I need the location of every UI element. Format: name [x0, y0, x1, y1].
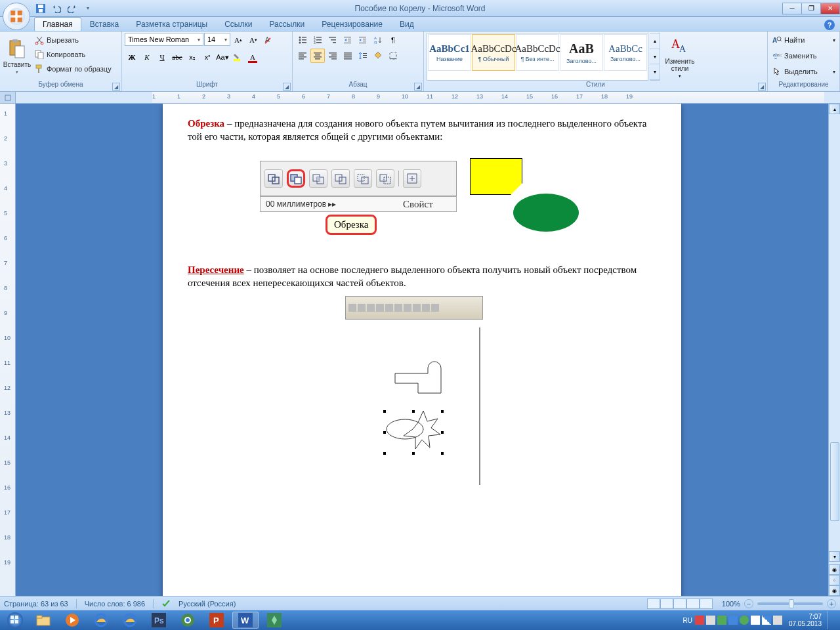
tray-icon[interactable] [706, 616, 715, 625]
superscript-button[interactable]: x² [200, 50, 215, 64]
tab-home[interactable]: Главная [34, 17, 81, 31]
maximize-button[interactable]: ❐ [801, 3, 821, 14]
increase-indent-button[interactable] [356, 33, 370, 47]
paste-button[interactable]: Вставить ▾ [3, 33, 32, 81]
ruler-corner[interactable] [0, 92, 16, 103]
minimize-button[interactable]: ─ [782, 3, 802, 14]
web-layout-view[interactable] [673, 598, 686, 609]
highlight-button[interactable] [230, 50, 245, 64]
page-status[interactable]: Страница: 63 из 63 [4, 600, 68, 608]
photoshop-taskitem[interactable]: Ps [146, 612, 172, 629]
paragraph[interactable]: Обрезка – предназначена для создания нов… [188, 117, 656, 144]
subscript-button[interactable]: x₂ [185, 50, 200, 64]
horizontal-ruler[interactable]: 112345678910111213141516171819 [152, 92, 824, 103]
strikethrough-button[interactable]: abc [170, 50, 184, 64]
tray-icon[interactable] [728, 616, 738, 625]
fullscreen-view[interactable] [660, 598, 673, 609]
tray-flag-icon[interactable] [751, 616, 760, 625]
clear-formatting-button[interactable]: A [261, 33, 276, 47]
scroll-up-button[interactable]: ▴ [829, 104, 840, 114]
tab-mailings[interactable]: Рассылки [261, 17, 313, 31]
paragraph[interactable]: Пересечение – позволяет на основе послед… [188, 263, 656, 290]
page-viewport[interactable]: Обрезка – предназначена для создания нов… [16, 104, 828, 596]
word-taskitem[interactable]: W [232, 612, 259, 629]
tab-view[interactable]: Вид [391, 17, 423, 31]
explorer-taskitem[interactable] [30, 612, 56, 629]
word-count[interactable]: Число слов: 6 986 [85, 600, 145, 608]
align-left-button[interactable] [295, 49, 310, 63]
qat-customize[interactable]: ▾ [81, 2, 94, 15]
styles-launcher[interactable]: ◢ [758, 83, 766, 91]
outline-view[interactable] [686, 598, 700, 609]
font-launcher[interactable]: ◢ [283, 83, 291, 91]
tray-lang[interactable]: RU [682, 617, 692, 624]
style-item[interactable]: AaBЗаголово... [560, 34, 603, 71]
style-item[interactable]: AaBbCcDc¶ Обычный [472, 34, 515, 71]
select-button[interactable]: Выделить▾ [770, 64, 837, 79]
tray-icon[interactable] [740, 616, 749, 625]
browse-object-button[interactable]: ◦ [829, 575, 840, 585]
format-painter-button[interactable]: Формат по образцу [33, 62, 113, 76]
show-desktop-button[interactable] [827, 611, 833, 629]
align-right-button[interactable] [326, 49, 340, 63]
style-item[interactable]: AaBbCc1Название [428, 34, 471, 71]
copy-button[interactable]: Копировать [33, 47, 113, 62]
underline-button[interactable]: Ч [155, 50, 169, 64]
ie-taskitem[interactable] [88, 612, 114, 629]
styles-gallery-scroll[interactable]: ▴▾▾ [650, 33, 660, 81]
document-page[interactable]: Обрезка – предназначена для создания нов… [163, 104, 681, 596]
next-page-button[interactable]: ◉ [829, 585, 840, 596]
help-icon[interactable]: ? [824, 20, 835, 30]
undo-button[interactable] [50, 2, 63, 15]
align-center-button[interactable] [310, 49, 325, 63]
scroll-down-button[interactable]: ▾ [829, 551, 840, 562]
prev-page-button[interactable]: ◉ [829, 564, 840, 575]
office-button[interactable] [3, 3, 30, 30]
zoom-in-button[interactable]: + [827, 599, 836, 608]
font-family-combo[interactable]: Times New Roman▾ [125, 33, 203, 46]
decrease-indent-button[interactable] [341, 33, 355, 47]
language-status[interactable]: Русский (Россия) [178, 600, 236, 608]
scroll-thumb[interactable] [830, 442, 839, 521]
shading-button[interactable] [371, 49, 385, 63]
vertical-ruler[interactable]: 12345678910111213141516171819 [0, 104, 16, 596]
numbering-button[interactable]: 123 [310, 33, 325, 47]
font-color-button[interactable]: A [245, 50, 260, 64]
shrink-font-button[interactable]: A▾ [246, 33, 261, 47]
font-size-combo[interactable]: 14▾ [204, 33, 230, 46]
show-marks-button[interactable]: ¶ [386, 33, 400, 47]
zoom-percent[interactable]: 100% [722, 600, 740, 608]
find-button[interactable]: AНайти▾ [770, 33, 837, 47]
styles-gallery[interactable]: AaBbCc1Название AaBbCcDc¶ Обычный AaBbCc… [427, 33, 648, 81]
multilevel-list-button[interactable] [326, 33, 340, 47]
tab-references[interactable]: Ссылки [216, 17, 261, 31]
close-button[interactable]: ✕ [820, 3, 840, 14]
redo-button[interactable] [66, 2, 79, 15]
wmp-taskitem[interactable] [59, 612, 85, 629]
zoom-slider[interactable] [757, 602, 823, 605]
replace-button[interactable]: abacЗаменить [770, 49, 837, 63]
vertical-scrollbar[interactable]: ▴ ▾ ◉ ◦ ◉ [828, 104, 840, 596]
sort-button[interactable]: AЯ [371, 33, 385, 47]
bullets-button[interactable] [295, 33, 310, 47]
chrome-taskitem[interactable] [175, 612, 201, 629]
powerpoint-taskitem[interactable]: P [203, 612, 230, 629]
tray-network-icon[interactable] [762, 616, 771, 625]
zoom-out-button[interactable]: − [744, 599, 753, 608]
tab-pagelayout[interactable]: Разметка страницы [127, 17, 216, 31]
ie-taskitem-2[interactable] [117, 612, 143, 629]
paragraph-launcher[interactable]: ◢ [414, 83, 422, 91]
draft-view[interactable] [700, 598, 713, 609]
proofing-icon[interactable] [161, 598, 171, 609]
grow-font-button[interactable]: A▴ [231, 33, 245, 47]
style-item[interactable]: AaBbCcDc¶ Без инте... [516, 34, 559, 71]
change-styles-button[interactable]: AA Изменить стили ▾ [662, 33, 698, 81]
clock[interactable]: 7:07 07.05.2013 [789, 613, 822, 627]
tray-volume-icon[interactable] [773, 616, 782, 625]
justify-button[interactable] [341, 49, 355, 63]
line-spacing-button[interactable] [356, 49, 370, 63]
cut-button[interactable]: Вырезать [33, 33, 113, 47]
coreldraw-taskitem[interactable] [261, 612, 287, 629]
print-layout-view[interactable] [647, 598, 660, 609]
style-item[interactable]: AaBbCcЗаголово... [604, 34, 647, 71]
